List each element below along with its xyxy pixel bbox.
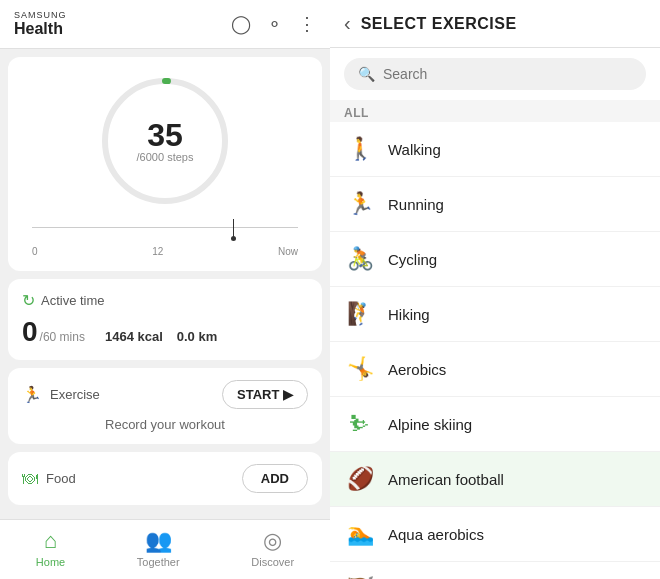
running-label: Running <box>388 196 444 213</box>
main-content: 35 /6000 steps 0 12 Now ↻ <box>0 49 330 519</box>
american-football-icon: 🏈 <box>346 466 374 492</box>
cycling-icon: 🚴 <box>346 246 374 272</box>
all-section-label: ALL <box>330 100 660 122</box>
walking-label: Walking <box>388 141 441 158</box>
health-label: Health <box>14 20 67 38</box>
alpine-skiing-label: Alpine skiing <box>388 416 472 433</box>
nav-item-home[interactable]: ⌂ Home <box>36 528 65 575</box>
hiking-label: Hiking <box>388 306 430 323</box>
secondary-stats: 1464 kcal 0.0 km <box>105 329 217 344</box>
add-food-button[interactable]: ADD <box>242 464 308 493</box>
exercise-item-cycling[interactable]: 🚴 Cycling <box>330 232 660 287</box>
search-icon: 🔍 <box>358 66 375 82</box>
food-card-row: 🍽 Food ADD <box>22 464 308 493</box>
exercise-list: 🚶 Walking 🏃 Running 🚴 Cycling 🧗 Hiking 🤸… <box>330 122 660 579</box>
alpine-skiing-icon: ⛷ <box>346 411 374 437</box>
food-card-left: 🍽 Food <box>22 470 76 488</box>
search-input[interactable] <box>383 66 632 82</box>
kcal-stat: 1464 kcal <box>105 329 163 344</box>
food-title: Food <box>46 471 76 486</box>
active-time-title: Active time <box>41 293 105 308</box>
time-unit: /60 mins <box>40 330 85 344</box>
cycling-label: Cycling <box>388 251 437 268</box>
more-icon[interactable]: ⋮ <box>298 13 316 35</box>
discover-label: Discover <box>251 556 294 568</box>
search-input-wrap: 🔍 <box>344 58 646 90</box>
exercise-item-running[interactable]: 🏃 Running <box>330 177 660 232</box>
exercise-item-alpine-skiing[interactable]: ⛷ Alpine skiing <box>330 397 660 452</box>
exercise-item-aqua-aerobics[interactable]: 🏊 Aqua aerobics <box>330 507 660 562</box>
discover-icon: ◎ <box>263 528 282 554</box>
aqua-aerobics-label: Aqua aerobics <box>388 526 484 543</box>
active-stats: 0 /60 mins 1464 kcal 0.0 km <box>22 316 308 348</box>
timeline-line <box>32 227 298 228</box>
home-label: Home <box>36 556 65 568</box>
timeline-labels: 0 12 Now <box>32 246 298 257</box>
exercise-card-row: 🏃 Exercise START ▶ <box>22 380 308 409</box>
steps-circle: 35 /6000 steps <box>95 71 235 211</box>
km-stat: 0.0 km <box>177 329 217 344</box>
search-bar: 🔍 <box>330 48 660 100</box>
timeline-end: Now <box>278 246 298 257</box>
exercise-item-american-football[interactable]: 🏈 American football <box>330 452 660 507</box>
exercise-item-aerobics[interactable]: 🤸 Aerobics <box>330 342 660 397</box>
person-icon[interactable]: ⚬ <box>267 13 282 35</box>
exercise-item-walking[interactable]: 🚶 Walking <box>330 122 660 177</box>
right-header: ‹ SELECT EXERCISE <box>330 0 660 48</box>
together-icon: 👥 <box>145 528 172 554</box>
samsung-label: SAMSUNG <box>14 10 67 20</box>
exercise-item-hiking[interactable]: 🧗 Hiking <box>330 287 660 342</box>
exercise-card: 🏃 Exercise START ▶ Record your workout <box>8 368 322 444</box>
right-panel: ‹ SELECT EXERCISE 🔍 ALL 🚶 Walking 🏃 Runn… <box>330 0 660 579</box>
header-icons: ◯ ⚬ ⋮ <box>231 13 316 35</box>
left-panel: SAMSUNG Health ◯ ⚬ ⋮ 35 /6000 steps <box>0 0 330 579</box>
timeline-needle <box>231 219 236 241</box>
walking-icon: 🚶 <box>346 136 374 162</box>
workout-sublabel: Record your workout <box>22 417 308 432</box>
active-card-header: ↻ Active time <box>22 291 308 310</box>
bulb-icon[interactable]: ◯ <box>231 13 251 35</box>
exercise-title: Exercise <box>50 387 100 402</box>
aerobics-icon: 🤸 <box>346 356 374 382</box>
active-time-icon: ↻ <box>22 291 35 310</box>
timeline: 0 12 Now <box>22 217 308 257</box>
app-logo: SAMSUNG Health <box>14 10 67 38</box>
bottom-nav: ⌂ Home 👥 Together ◎ Discover <box>0 519 330 579</box>
hiking-icon: 🧗 <box>346 301 374 327</box>
timeline-mid: 12 <box>152 246 163 257</box>
app-header: SAMSUNG Health ◯ ⚬ ⋮ <box>0 0 330 49</box>
steps-count: 35 <box>137 119 194 151</box>
exercise-icon: 🏃 <box>22 385 42 404</box>
steps-card: 35 /6000 steps 0 12 Now <box>8 57 322 271</box>
select-exercise-title: SELECT EXERCISE <box>361 15 517 33</box>
aerobics-label: Aerobics <box>388 361 446 378</box>
steps-goal: /6000 steps <box>137 151 194 163</box>
together-label: Together <box>137 556 180 568</box>
back-button[interactable]: ‹ <box>344 12 351 35</box>
time-stat: 0 /60 mins <box>22 316 85 348</box>
home-icon: ⌂ <box>44 528 57 554</box>
start-button[interactable]: START ▶ <box>222 380 308 409</box>
food-icon: 🍽 <box>22 470 38 488</box>
active-time-card: ↻ Active time 0 /60 mins 1464 kcal 0.0 k… <box>8 279 322 360</box>
aqua-aerobics-icon: 🏊 <box>346 521 374 547</box>
american-football-label: American football <box>388 471 504 488</box>
needle-line <box>233 219 234 237</box>
needle-dot <box>231 236 236 241</box>
exercise-card-left: 🏃 Exercise <box>22 385 100 404</box>
nav-item-discover[interactable]: ◎ Discover <box>251 528 294 575</box>
timeline-start: 0 <box>32 246 38 257</box>
time-value: 0 <box>22 316 38 348</box>
running-icon: 🏃 <box>346 191 374 217</box>
circle-center: 35 /6000 steps <box>137 119 194 163</box>
food-card: 🍽 Food ADD <box>8 452 322 505</box>
exercise-item-archery[interactable]: 🏹 Archery <box>330 562 660 579</box>
nav-item-together[interactable]: 👥 Together <box>137 528 180 575</box>
